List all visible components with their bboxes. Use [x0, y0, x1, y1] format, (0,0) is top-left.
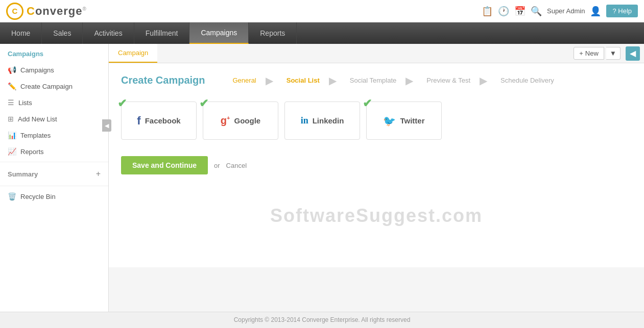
step-social-template[interactable]: Social Template	[338, 73, 405, 87]
tab-campaign[interactable]: Campaign	[109, 44, 157, 63]
facebook-label: Facebook	[145, 116, 181, 125]
tab-campaign-label: Campaign	[118, 49, 148, 57]
step-arrow-2: ▶	[329, 74, 337, 87]
step-social-template-label: Social Template	[338, 73, 405, 87]
step-arrow-4: ▶	[480, 74, 487, 87]
sidebar-item-templates[interactable]: 📊 Templates	[0, 127, 108, 143]
footer: Copyrights © 2013-2014 Converge Enterpri…	[0, 312, 644, 327]
sidebar-campaigns-label: Campaigns	[20, 66, 54, 74]
sidebar-lists-label: Lists	[18, 99, 32, 107]
add-list-icon: ⊞	[8, 115, 14, 123]
step-general[interactable]: General	[221, 73, 265, 87]
sidebar-reports-label: Reports	[20, 148, 44, 156]
top-right-controls: 📋 🕐 📅 🔍 Super Admin 👤 ? Help	[482, 5, 638, 17]
sidebar-add-list-label: Add New List	[18, 115, 57, 123]
twitter-icon: 🐦	[383, 115, 396, 127]
user-name-label: Super Admin	[547, 7, 585, 15]
nav-back-button[interactable]: ◀	[626, 46, 640, 61]
save-continue-button[interactable]: Save and Continue	[121, 156, 208, 174]
google-icon: g+	[221, 115, 230, 127]
watermark: SoftwareSuggest.com	[121, 174, 632, 237]
sidebar-summary-label: Summary	[8, 170, 38, 178]
logo-text: Converge®	[27, 5, 87, 18]
or-text: or	[214, 162, 220, 169]
sidebar-add-button[interactable]: +	[96, 169, 101, 179]
new-button-label: New	[585, 49, 599, 57]
facebook-icon: f	[137, 114, 140, 128]
sidebar-item-recycle-bin[interactable]: 🗑️ Recycle Bin	[0, 188, 108, 205]
sidebar-collapse-button[interactable]: ◀	[102, 119, 111, 132]
twitter-label: Twitter	[400, 116, 424, 125]
nav-campaigns[interactable]: Campaigns	[189, 22, 249, 44]
sidebar-summary-row: Summary +	[0, 164, 108, 184]
linkedin-icon: in	[301, 115, 308, 126]
recycle-bin-icon: 🗑️	[8, 192, 16, 200]
lists-icon: ☰	[8, 98, 14, 107]
step-social-list-label: Social List	[274, 73, 328, 87]
twitter-checkmark: ✔	[363, 97, 372, 110]
help-button[interactable]: ? Help	[606, 5, 638, 17]
nav-sales[interactable]: Sales	[42, 22, 83, 44]
step-general-label: General	[221, 73, 265, 87]
clipboard-icon[interactable]: 📋	[482, 6, 493, 17]
nav-fulfillment[interactable]: Fulfillment	[134, 22, 190, 44]
sidebar-item-create-campaign[interactable]: ✏️ Create Campaign	[0, 78, 108, 94]
step-preview-test-label: Preview & Test	[414, 73, 479, 87]
cancel-link[interactable]: Cancel	[226, 162, 247, 169]
sidebar-templates-label: Templates	[20, 132, 51, 139]
sidebar-item-campaigns[interactable]: 📢 Campaigns	[0, 62, 108, 78]
sidebar-item-lists[interactable]: ☰ Lists	[0, 94, 108, 111]
nav-reports[interactable]: Reports	[249, 22, 297, 44]
step-arrow-3: ▶	[406, 74, 413, 87]
main-content: Campaign + New ▼ ◀ Create Campaign Gener…	[109, 44, 644, 312]
reports-icon: 📈	[8, 147, 16, 156]
clock-icon[interactable]: 🕐	[498, 6, 509, 17]
campaigns-icon: 📢	[8, 66, 16, 74]
calendar-icon[interactable]: 📅	[514, 6, 526, 17]
create-campaign-icon: ✏️	[8, 82, 16, 90]
page-header: Create Campaign General ▶ Social List ▶ …	[121, 73, 632, 87]
main-nav: Home Sales Activities Fulfillment Campai…	[0, 22, 644, 44]
step-schedule-delivery-label: Schedule Delivery	[488, 73, 562, 87]
social-card-linkedin[interactable]: in Linkedin	[284, 102, 360, 140]
tab-bar: Campaign + New ▼ ◀	[109, 44, 644, 63]
templates-icon: 📊	[8, 131, 16, 139]
step-social-list[interactable]: Social List	[274, 73, 328, 87]
step-preview-test[interactable]: Preview & Test	[414, 73, 479, 87]
facebook-checkmark: ✔	[117, 97, 127, 110]
social-card-google[interactable]: ✔ g+ Google	[203, 102, 278, 140]
steps-breadcrumb: General ▶ Social List ▶ Social Template …	[221, 73, 632, 87]
google-label: Google	[234, 116, 260, 125]
footer-text: Copyrights © 2013-2014 Converge Enterpri…	[234, 316, 411, 323]
search-icon[interactable]: 🔍	[531, 6, 542, 17]
sidebar: Campaigns 📢 Campaigns ✏️ Create Campaign…	[0, 44, 109, 312]
logo: C Converge®	[6, 3, 87, 20]
social-card-twitter[interactable]: ✔ 🐦 Twitter	[366, 102, 442, 140]
social-cards-container: ✔ f Facebook ✔ g+ Google in Linkedin	[121, 102, 632, 140]
linkedin-label: Linkedin	[313, 116, 344, 125]
logo-icon: C	[6, 3, 23, 20]
top-bar: C Converge® 📋 🕐 📅 🔍 Super Admin 👤 ? Help	[0, 0, 644, 22]
page-title: Create Campaign	[121, 74, 205, 86]
sidebar-item-add-new-list[interactable]: ⊞ Add New List	[0, 111, 108, 127]
social-card-facebook[interactable]: ✔ f Facebook	[121, 102, 197, 140]
step-arrow-1: ▶	[266, 74, 273, 87]
main-layout: Campaigns 📢 Campaigns ✏️ Create Campaign…	[0, 44, 644, 312]
step-schedule-delivery[interactable]: Schedule Delivery	[488, 73, 562, 87]
content-body: Create Campaign General ▶ Social List ▶ …	[109, 63, 644, 267]
sidebar-section-title: Campaigns	[0, 44, 108, 62]
action-row: Save and Continue or Cancel	[121, 156, 632, 174]
sidebar-create-campaign-label: Create Campaign	[20, 83, 73, 90]
google-checkmark: ✔	[199, 97, 208, 110]
sidebar-recycle-label: Recycle Bin	[20, 193, 56, 200]
nav-activities[interactable]: Activities	[83, 22, 134, 44]
new-button-caret[interactable]: ▼	[606, 47, 621, 60]
user-avatar: 👤	[590, 6, 601, 17]
sidebar-item-reports[interactable]: 📈 Reports	[0, 143, 108, 160]
tab-actions: + New ▼ ◀	[574, 44, 644, 63]
nav-home[interactable]: Home	[0, 22, 42, 44]
new-button[interactable]: + New	[574, 47, 604, 60]
new-plus-icon: +	[579, 49, 583, 57]
